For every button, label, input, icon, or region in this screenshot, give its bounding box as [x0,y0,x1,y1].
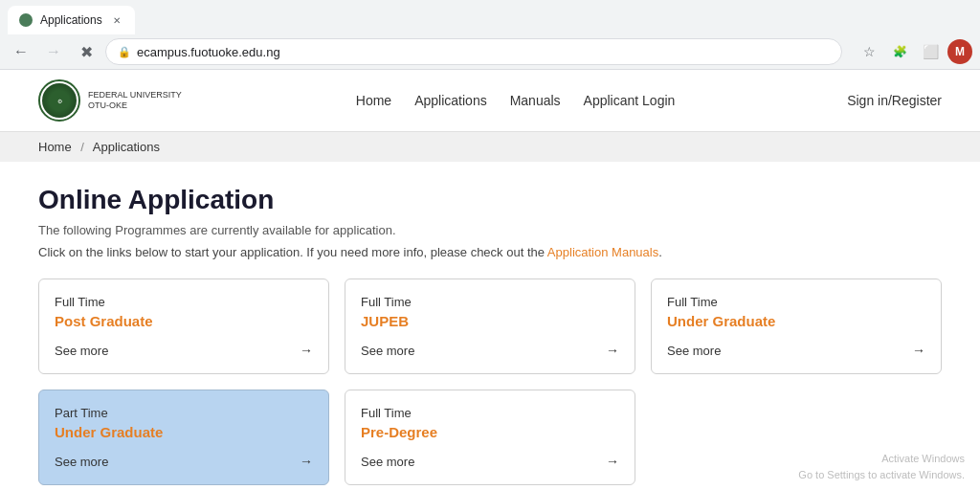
nav-home[interactable]: Home [356,93,391,108]
breadcrumb-separator: / [80,140,84,154]
application-card[interactable]: Full Time Post Graduate See more → [38,278,329,374]
card-title: Under Graduate [667,313,925,329]
extension-button[interactable]: 🧩 [886,38,913,65]
profile-button[interactable]: M [947,39,972,64]
nav-applicant-login[interactable]: Applicant Login [584,93,676,108]
logo-inner: ⚙ [42,83,77,118]
breadcrumb-current: Applications [93,140,160,154]
card-footer: See more → [55,454,313,469]
logo-circle: ⚙ [38,79,80,122]
breadcrumb-home[interactable]: Home [38,140,72,154]
nav-applications[interactable]: Applications [414,93,487,108]
page-description: Click on the links below to start your a… [38,245,942,259]
address-bar[interactable]: 🔒 ecampus.fuotuoke.edu.ng [105,38,842,65]
card-title: Post Graduate [55,313,313,329]
tab-close-button[interactable]: ✕ [110,13,123,27]
card-type: Full Time [361,406,619,420]
tab-favicon [19,13,33,27]
description-end: . [658,245,662,259]
tab-bar: Applications ✕ [0,0,980,34]
arrow-icon: → [606,454,619,469]
page-title: Online Application [38,185,942,215]
forward-button[interactable]: → [40,38,67,65]
browser-chrome: Applications ✕ ← → ✖ 🔒 ecampus.fuotuoke.… [0,0,980,70]
url-text: ecampus.fuotuoke.edu.ng [137,45,830,59]
description-start: Click on the links below to start your a… [38,245,547,259]
extensions-button[interactable]: ⬜ [917,38,944,65]
star-button[interactable]: ☆ [856,38,882,65]
see-more-label: See more [361,344,414,358]
main-nav: Home Applications Manuals Applicant Logi… [356,93,676,108]
see-more-label: See more [55,455,108,469]
site-header: ⚙ FEDERAL UNIVERSITY OTU-OKE Home Applic… [0,70,980,132]
sign-in-button[interactable]: Sign in/Register [847,93,942,108]
reload-button[interactable]: ✖ [73,38,100,65]
card-type: Part Time [55,406,313,420]
windows-notice-line1: Activate Windows [798,451,965,467]
arrow-icon: → [606,343,619,358]
application-card[interactable]: Full Time Under Graduate See more → [651,278,942,374]
card-title: Pre-Degree [361,424,619,440]
arrow-icon: → [300,454,313,469]
tab-title: Applications [40,13,102,27]
card-type: Full Time [667,295,925,309]
logo-area: ⚙ FEDERAL UNIVERSITY OTU-OKE [38,79,184,122]
card-footer: See more → [55,343,313,358]
card-footer: See more → [361,343,619,358]
active-tab[interactable]: Applications ✕ [8,6,135,34]
application-manuals-link[interactable]: Application Manuals [547,245,658,259]
card-footer: See more → [667,343,925,358]
nav-manuals[interactable]: Manuals [510,93,561,108]
main-content: Online Application The following Program… [0,162,980,490]
browser-actions: ☆ 🧩 ⬜ M [856,38,972,65]
lock-icon: 🔒 [118,46,131,58]
back-button[interactable]: ← [8,38,34,65]
card-title: Under Graduate [55,424,313,440]
see-more-label: See more [361,455,414,469]
card-title: JUPEB [361,313,619,329]
arrow-icon: → [912,343,925,358]
application-card[interactable]: Full Time Pre-Degree See more → [345,390,635,485]
page-subtitle: The following Programmes are currently a… [38,223,942,237]
card-type: Full Time [361,295,619,309]
application-card[interactable]: Part Time Under Graduate See more → [38,390,329,485]
logo-text: FEDERAL UNIVERSITY OTU-OKE [88,90,184,111]
breadcrumb: Home / Applications [0,132,980,162]
windows-activation-notice: Activate Windows Go to Settings to activ… [798,451,965,482]
arrow-icon: → [300,343,313,358]
see-more-label: See more [667,344,721,358]
application-card[interactable]: Full Time JUPEB See more → [345,278,635,374]
windows-notice-line2: Go to Settings to activate Windows. [798,467,965,483]
card-footer: See more → [361,454,619,469]
nav-bar: ← → ✖ 🔒 ecampus.fuotuoke.edu.ng ☆ 🧩 ⬜ M [0,34,980,69]
see-more-label: See more [55,344,108,358]
card-type: Full Time [55,295,313,309]
